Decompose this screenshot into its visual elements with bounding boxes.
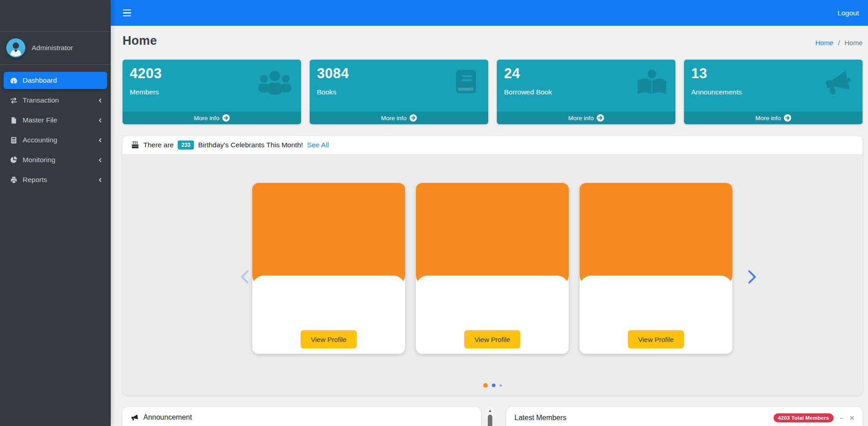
tachometer-icon [8,76,19,85]
birthday-count-badge: 233 [178,140,194,150]
sidebar: Administrator Dashboard Transaction Mast… [0,0,111,426]
stat-card-members: 4203 Members More info [123,60,301,124]
carousel-dot-active[interactable] [483,383,488,388]
see-all-link[interactable]: See All [307,141,329,149]
latest-members-header: Latest Members 4203 Total Members − ✕ [506,407,863,426]
brand-area [0,0,111,32]
celebrants-carousel: View Profile View Profile View Profile [123,154,863,395]
latest-members-title: Latest Members [514,414,566,422]
stat-card-borrowed: 24 Borrowed Book More info [497,60,675,124]
more-info-label: More info [381,115,406,122]
sidebar-item-master-file[interactable]: Master File [4,112,107,129]
carousel-dot[interactable] [492,384,495,387]
celebrant-card: View Profile [252,183,405,354]
breadcrumb-separator: / [838,39,840,47]
celebrant-photo [252,183,405,285]
sidebar-item-reports[interactable]: Reports [4,171,107,188]
arrow-circle-right-icon [784,114,791,122]
user-name: Administrator [32,44,73,52]
calculator-icon [8,136,19,144]
more-info-button[interactable]: More info [310,112,488,124]
celebrant-card: View Profile [416,183,569,354]
total-members-badge: 4203 Total Members [774,413,834,422]
celebrant-card: View Profile [580,183,732,354]
arrow-circle-right-icon [222,114,230,122]
file-icon [8,117,19,124]
avatar [6,38,25,57]
book-icon [453,69,481,98]
celebrant-card-body: View Profile [252,276,405,354]
birthday-text-suffix: Birthday's Celebrants This Month! [198,141,303,149]
sidebar-item-label: Monitoring [23,156,55,164]
logout-button[interactable]: Logout [838,9,859,17]
sidebar-item-label: Reports [23,176,47,184]
more-info-label: More info [194,115,219,122]
more-info-label: More info [568,115,594,122]
arrow-circle-right-icon [597,114,604,122]
stat-card-books: 3084 Books More info [310,60,488,124]
close-icon[interactable]: ✕ [849,415,854,421]
arrow-circle-right-icon [410,114,417,122]
more-info-label: More info [755,115,781,122]
announcement-scrollbar[interactable]: ▲ [487,407,493,426]
breadcrumb-current: Home [844,39,863,47]
users-group-icon [256,69,294,98]
view-profile-button[interactable]: View Profile [464,330,521,348]
carousel-next-arrow[interactable] [743,268,760,287]
scrollbar-up-arrow[interactable]: ▲ [487,408,493,413]
user-panel[interactable]: Administrator [0,32,111,65]
chevron-left-icon [98,138,103,143]
book-reader-icon [636,69,668,99]
view-profile-button[interactable]: View Profile [301,330,357,348]
stat-cards-row: 4203 Members More info 3084 Books More i… [123,60,863,124]
birthday-carousel-panel: There are 233 Birthday's Celebrants This… [123,136,863,395]
announcement-title: Announcement [143,413,192,421]
collapse-icon[interactable]: − [840,415,844,421]
bullhorn-icon [131,414,139,421]
sidebar-item-transaction[interactable]: Transaction [4,92,107,109]
celebrant-card-body: View Profile [416,276,569,354]
chevron-left-icon [98,98,103,103]
printer-icon [8,176,19,184]
carousel-prev-arrow[interactable] [237,268,254,287]
scrollbar-thumb[interactable] [488,415,492,426]
main-content: Home Home / Home 4203 Members More info … [111,26,868,426]
chevron-left-icon [98,178,103,183]
carousel-dot[interactable] [500,384,502,387]
sidebar-item-label: Accounting [23,136,57,144]
sidebar-item-accounting[interactable]: Accounting [4,131,107,149]
celebrant-cards: View Profile View Profile View Profile [252,183,732,354]
sidebar-item-dashboard[interactable]: Dashboard [4,72,107,89]
more-info-button[interactable]: More info [123,112,301,124]
celebrant-photo [580,183,732,285]
page-title: Home [123,34,157,48]
sidebar-item-label: Transaction [23,96,59,104]
breadcrumb: Home / Home [815,39,863,48]
sidebar-item-monitoring[interactable]: Monitoring [4,151,107,169]
page-header: Home Home / Home [123,33,863,48]
bottom-panels-row: Announcement ▲ Latest Members 4203 Total… [123,407,863,426]
more-info-button[interactable]: More info [684,112,863,124]
latest-members-tools: 4203 Total Members − ✕ [774,413,854,422]
birthday-text-prefix: There are [143,141,174,149]
sidebar-item-label: Master File [23,116,57,124]
person-icon [6,38,25,57]
carousel-dots [123,383,863,388]
top-navbar: Logout [111,0,868,26]
latest-members-panel: Latest Members 4203 Total Members − ✕ [506,407,863,426]
exchange-icon [8,96,19,105]
birthday-cake-icon [131,141,139,149]
sidebar-item-label: Dashboard [23,76,57,84]
chevron-left-icon [98,118,103,123]
hamburger-menu-icon[interactable] [123,9,131,17]
more-info-button[interactable]: More info [497,112,675,124]
birthday-banner: There are 233 Birthday's Celebrants This… [123,136,863,154]
celebrant-photo [416,183,569,285]
sidebar-nav: Dashboard Transaction Master File [0,65,111,198]
breadcrumb-home-link[interactable]: Home [815,39,833,47]
announcement-panel: Announcement [123,407,481,426]
chevron-left-icon [98,158,103,163]
view-profile-button[interactable]: View Profile [628,330,684,348]
announcement-header: Announcement [123,407,481,426]
celebrant-card-body: View Profile [580,276,732,354]
